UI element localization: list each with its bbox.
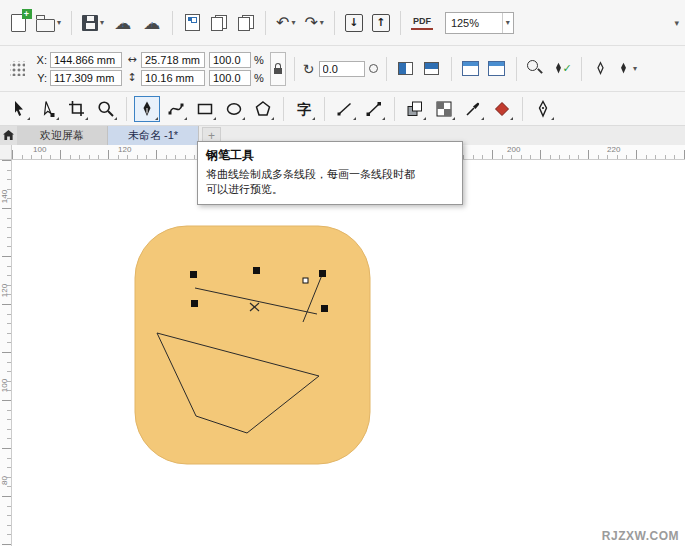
ruler-number: 120	[0, 283, 9, 299]
lock-icon	[274, 68, 282, 74]
ruler-origin-corner[interactable]	[0, 145, 12, 160]
export-button[interactable]: ↑	[369, 8, 393, 38]
toolbar-separator	[294, 57, 295, 81]
drawing-canvas[interactable]: RJZXW.COM	[12, 160, 685, 546]
toolbar-overflow-icon[interactable]: ▾	[674, 18, 679, 28]
caret-down-icon: ▾	[633, 65, 637, 73]
redo-button[interactable]: ↷ ▾	[301, 8, 326, 38]
pen-nib-icon	[593, 61, 608, 76]
polygon-tool[interactable]	[250, 96, 276, 122]
object-origin-button[interactable]	[5, 54, 29, 84]
ruler-number: 220	[607, 145, 620, 154]
pdf-icon: PDF	[411, 15, 433, 30]
zoom-node-icon	[527, 60, 544, 77]
outline-nib-icon	[534, 100, 552, 118]
standard-toolbar: + ▾ ▾ ☁↓ ☁↑ ↶ ▾ ↷	[0, 0, 685, 46]
pick-tool[interactable]	[6, 96, 32, 122]
preview-mode-button[interactable]	[486, 59, 508, 79]
percent-y-label: %	[254, 72, 264, 84]
checkerboard-icon	[435, 100, 453, 118]
eyedropper-tool[interactable]	[460, 96, 486, 122]
copy-button[interactable]	[207, 8, 231, 38]
auto-add-delete-button[interactable]: ✓	[551, 59, 573, 79]
shape-tool[interactable]	[35, 96, 61, 122]
x-label: X:	[33, 54, 47, 66]
zoom-to-node-button[interactable]	[525, 59, 547, 79]
watermark-text: RJZXW.COM	[602, 529, 679, 543]
new-tab-plus-label: +	[208, 130, 215, 142]
toolbar-separator	[324, 97, 325, 121]
ruler-number: 80	[0, 473, 9, 489]
ruler-number: 100	[0, 378, 9, 394]
undo-button[interactable]: ↶ ▾	[273, 8, 298, 38]
path-node[interactable]	[319, 270, 326, 277]
degree-icon	[369, 64, 378, 73]
object-height-input[interactable]	[141, 70, 205, 86]
size-group: ↔ ↕	[126, 52, 205, 86]
text-tool[interactable]: 字	[291, 96, 317, 122]
x-position-input[interactable]	[50, 52, 122, 68]
save-button[interactable]: ▾	[79, 8, 107, 38]
bezier-tool[interactable]	[163, 96, 189, 122]
path-node[interactable]	[321, 305, 328, 312]
home-button[interactable]	[0, 126, 17, 145]
rotation-angle-input[interactable]	[319, 61, 365, 77]
crop-tool[interactable]	[64, 96, 90, 122]
zoom-tool[interactable]	[93, 96, 119, 122]
outline-pen-tool[interactable]	[530, 96, 556, 122]
ellipse-tool[interactable]	[221, 96, 247, 122]
scale-x-input[interactable]	[209, 52, 251, 68]
transparency-tool[interactable]	[431, 96, 457, 122]
tab-untitled-document[interactable]: 未命名 -1*	[108, 126, 199, 145]
rectangle-tool[interactable]	[192, 96, 218, 122]
pen-options-button[interactable]: ▾	[616, 59, 638, 79]
object-height-icon: ↕	[126, 71, 138, 84]
caret-down-icon[interactable]: ▾	[502, 13, 513, 33]
import-button[interactable]: ↓	[342, 8, 366, 38]
path-node-hollow[interactable]	[303, 278, 308, 283]
line-icon	[336, 100, 354, 118]
path-node[interactable]	[191, 300, 198, 307]
open-document-button[interactable]: ▾	[33, 8, 64, 38]
shape-arrow-icon	[39, 100, 57, 118]
ellipse-icon	[225, 100, 243, 118]
new-document-icon: +	[11, 14, 26, 32]
tab-welcome-screen[interactable]: 欢迎屏幕	[17, 126, 108, 145]
cloud-download-button[interactable]: ☁↓	[110, 8, 136, 38]
connector-tool[interactable]	[361, 96, 387, 122]
caret-down-icon: ▾	[100, 19, 104, 27]
fill-diamond-icon	[493, 100, 511, 118]
duplicate-button[interactable]	[234, 8, 258, 38]
export-icon: ↑	[372, 14, 390, 32]
tooltip-body-line1: 将曲线绘制成多条线段，每画一条线段时都	[206, 167, 454, 182]
paste-button[interactable]	[180, 8, 204, 38]
scale-y-input[interactable]	[209, 70, 251, 86]
line-tool[interactable]	[332, 96, 358, 122]
overlapping-squares-icon	[406, 100, 424, 118]
y-position-input[interactable]	[50, 70, 122, 86]
pen-tool[interactable]	[134, 96, 160, 122]
publish-pdf-button[interactable]: PDF	[408, 8, 436, 38]
close-curve-button[interactable]	[460, 59, 482, 79]
mirror-horizontal-button[interactable]	[395, 59, 417, 79]
pen-check-icon: ✓	[551, 61, 571, 76]
zoom-level-combobox[interactable]: 125% ▾	[445, 12, 514, 34]
contour-tool[interactable]	[402, 96, 428, 122]
object-width-input[interactable]	[141, 52, 205, 68]
cloud-download-icon: ☁↓	[113, 14, 133, 32]
lock-ratio-button[interactable]	[270, 52, 286, 86]
undo-icon: ↶	[276, 15, 289, 31]
zoom-level-value: 125%	[451, 17, 479, 29]
vertical-ruler[interactable]: 140 120 100 80	[0, 160, 12, 546]
preview-mode-icon	[488, 61, 505, 76]
cloud-upload-button[interactable]: ☁↑	[139, 8, 165, 38]
crop-icon	[68, 100, 86, 118]
path-node[interactable]	[253, 267, 260, 274]
pick-arrow-icon	[10, 100, 28, 118]
outline-pen-settings-button[interactable]	[590, 59, 612, 79]
mirror-vertical-button[interactable]	[421, 59, 443, 79]
path-node[interactable]	[190, 271, 197, 278]
new-document-button[interactable]: +	[6, 8, 30, 38]
interactive-fill-tool[interactable]	[489, 96, 515, 122]
cloud-upload-icon: ☁↑	[142, 14, 162, 32]
